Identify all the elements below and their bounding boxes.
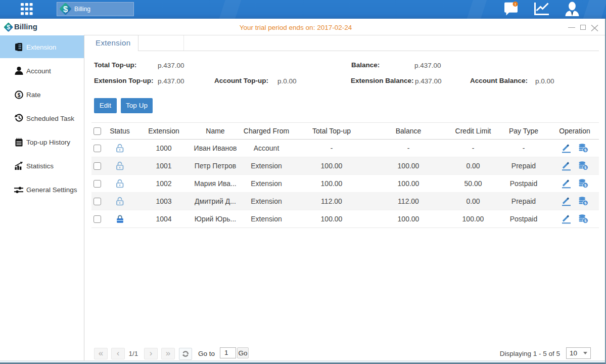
svg-text:$: $ (18, 93, 21, 98)
svg-text:$: $ (7, 24, 10, 31)
svg-text:!: ! (515, 2, 516, 7)
svg-text:$: $ (63, 5, 68, 14)
